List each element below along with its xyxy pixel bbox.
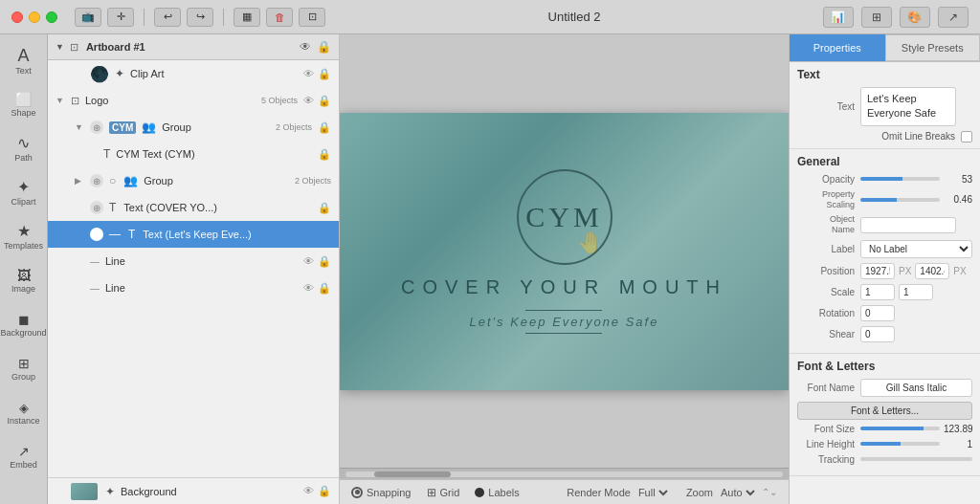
grid-control[interactable]: ⊞ Grid xyxy=(427,486,460,499)
position-row: Position PX PX xyxy=(797,263,972,279)
horizontal-scrollbar[interactable] xyxy=(340,468,789,479)
trash-button[interactable]: 🗑 xyxy=(266,8,293,27)
minimize-button[interactable] xyxy=(29,11,40,23)
right-tabs: Properties Style Presets xyxy=(790,34,980,62)
shear-input[interactable] xyxy=(860,326,895,342)
layer-logo-sub: 5 Objects xyxy=(261,96,298,105)
redo-button[interactable]: ↪ xyxy=(187,8,213,27)
label-select[interactable]: No Label xyxy=(860,240,972,258)
layer-item-text-lets[interactable]: ⊕ — T Text (Let's Keep Eve...) xyxy=(48,221,339,248)
zoom-control[interactable]: Zoom Auto ⌃⌄ xyxy=(686,486,777,499)
background-tool-label: Background xyxy=(0,328,46,338)
prop-scaling-track[interactable] xyxy=(860,198,940,202)
canvas-document[interactable]: CYM 🤚 COVER YOUR MOUTH Let's Keep Everyo… xyxy=(340,113,789,390)
layer-item-cym-text[interactable]: T CYM Text (CYM) 🔒 xyxy=(48,141,339,167)
layer-item-group2[interactable]: ▶ ⊕ ○ 👥 Group 2 Objects xyxy=(48,167,339,194)
target-icon3: ⊕ xyxy=(90,201,103,214)
eye-icon-l2[interactable]: 👁 xyxy=(303,282,314,295)
layers-button[interactable]: ▦ xyxy=(234,8,260,27)
background-tool[interactable]: ◼ Background xyxy=(4,304,44,346)
layer-item-group1[interactable]: ▼ ⊕ CYM 👥 Group 2 Objects 🔒 xyxy=(48,114,339,141)
text-tool[interactable]: A Text xyxy=(4,40,44,82)
eye-icon-l1[interactable]: 👁 xyxy=(303,255,314,268)
font-size-slider[interactable]: 123.89 xyxy=(860,424,972,434)
lock-icon-l2[interactable]: 🔒 xyxy=(318,282,331,295)
tv-icon[interactable]: 📺 xyxy=(75,8,101,27)
bg-type-icon: ✦ xyxy=(105,485,115,498)
grid-icon[interactable]: ⊞ xyxy=(861,7,892,28)
scale-x-input[interactable] xyxy=(860,284,895,300)
image-tool[interactable]: 🖼 Image xyxy=(4,260,44,302)
snapping-control[interactable]: Snapping xyxy=(351,487,412,498)
maximize-button[interactable] xyxy=(46,11,57,23)
crosshair-icon[interactable]: ✛ xyxy=(107,8,134,27)
export-button[interactable]: ⊡ xyxy=(299,8,325,27)
render-mode-control[interactable]: Render Mode Full xyxy=(567,486,671,499)
group-tool[interactable]: ⊞ Group xyxy=(4,348,44,390)
object-name-input[interactable] xyxy=(860,217,956,233)
prop-scaling-slider[interactable]: 0.46 xyxy=(860,194,972,205)
layer-item-clip-art[interactable]: 🌑 ✦ Clip Art 👁 🔒 xyxy=(48,60,339,87)
pos-y-input[interactable] xyxy=(915,263,949,279)
render-mode-select[interactable]: Full xyxy=(635,486,671,499)
left-tool-panel: A Text ⬜ Shape ∿ Path ✦ Clipart ★ Templa… xyxy=(0,34,48,504)
layer-item-background[interactable]: ✦ Background 👁 🔒 xyxy=(48,477,339,504)
font-size-track[interactable] xyxy=(860,427,940,430)
templates-tool[interactable]: ★ Templates xyxy=(4,216,44,258)
rotation-input[interactable] xyxy=(860,305,895,321)
color-wheel-icon[interactable]: 🎨 xyxy=(900,7,930,28)
snapping-radio[interactable] xyxy=(351,487,363,498)
tracking-slider[interactable] xyxy=(860,457,972,461)
tracking-track[interactable] xyxy=(860,457,972,461)
line-height-slider[interactable]: 1 xyxy=(860,439,972,449)
scrollbar-track[interactable] xyxy=(345,471,783,477)
lock-icon-g1[interactable]: 🔒 xyxy=(318,121,331,134)
cym-logo: CYM 🤚 xyxy=(517,169,612,265)
eye-icon[interactable]: 👁 xyxy=(300,40,311,54)
layer-logo-icons: 👁 🔒 xyxy=(303,95,331,107)
zoom-select[interactable]: Auto xyxy=(717,486,758,499)
lock-icon-cover[interactable]: 🔒 xyxy=(318,202,331,214)
opacity-track[interactable] xyxy=(860,177,940,181)
expand-group2-icon: ▶ xyxy=(75,176,84,186)
lock-icon[interactable]: 🔒 xyxy=(317,40,331,54)
text-preview-row: Text Let's Keep Everyone Safe xyxy=(797,87,972,126)
line-decoration-bottom xyxy=(525,333,602,334)
eye-icon-clip[interactable]: 👁 xyxy=(303,68,314,80)
path-tool[interactable]: ∿ Path xyxy=(4,128,44,170)
clipart-tool[interactable]: ✦ Clipart xyxy=(4,172,44,214)
scrollbar-thumb[interactable] xyxy=(374,471,451,477)
pos-x-input[interactable] xyxy=(860,263,895,279)
omit-checkbox[interactable] xyxy=(961,131,972,142)
lock-icon-logo[interactable]: 🔒 xyxy=(318,95,331,107)
eye-icon-bg[interactable]: 👁 xyxy=(303,485,314,497)
opacity-slider[interactable]: 53 xyxy=(860,174,972,185)
layer-item-line1[interactable]: — Line 👁 🔒 xyxy=(48,248,339,274)
chart-icon[interactable]: 📊 xyxy=(823,7,854,28)
line-height-track[interactable] xyxy=(860,442,940,446)
embed-tool[interactable]: ↗ Embed xyxy=(4,436,44,478)
canvas-inner[interactable]: CYM 🤚 COVER YOUR MOUTH Let's Keep Everyo… xyxy=(340,34,789,468)
tab-properties[interactable]: Properties xyxy=(790,34,885,61)
tab-style-presets[interactable]: Style Presets xyxy=(885,34,981,61)
lock-icon-cym[interactable]: 🔒 xyxy=(318,148,331,161)
layer-item-logo[interactable]: ▼ ⊡ Logo 5 Objects 👁 🔒 xyxy=(48,87,339,114)
layer-item-line2[interactable]: — Line 👁 🔒 xyxy=(48,274,339,301)
instance-tool[interactable]: ◈ Instance xyxy=(4,392,44,434)
labels-control[interactable]: Labels xyxy=(475,487,519,498)
lets-keep-text: Let's Keep Everyone Safe xyxy=(470,315,659,329)
share-icon[interactable]: ↗ xyxy=(938,7,969,28)
layer-item-text-cover[interactable]: ⊕ T Text (COVER YO...) 🔒 xyxy=(48,194,339,221)
eye-icon-logo[interactable]: 👁 xyxy=(303,95,314,107)
scale-y-input[interactable] xyxy=(899,284,933,300)
font-letters-btn-wrapper: Font & Letters... xyxy=(797,402,972,424)
lock-icon-clip[interactable]: 🔒 xyxy=(318,68,331,80)
font-name-display: Gill Sans Italic xyxy=(860,379,972,397)
font-letters-button[interactable]: Font & Letters... xyxy=(797,402,972,420)
lock-icon-bg[interactable]: 🔒 xyxy=(318,485,331,497)
lock-icon-l1[interactable]: 🔒 xyxy=(318,255,331,268)
undo-button[interactable]: ↩ xyxy=(154,8,181,27)
close-button[interactable] xyxy=(11,11,23,23)
shape-tool[interactable]: ⬜ Shape xyxy=(4,84,44,126)
object-name-row: ObjectName xyxy=(797,214,972,235)
